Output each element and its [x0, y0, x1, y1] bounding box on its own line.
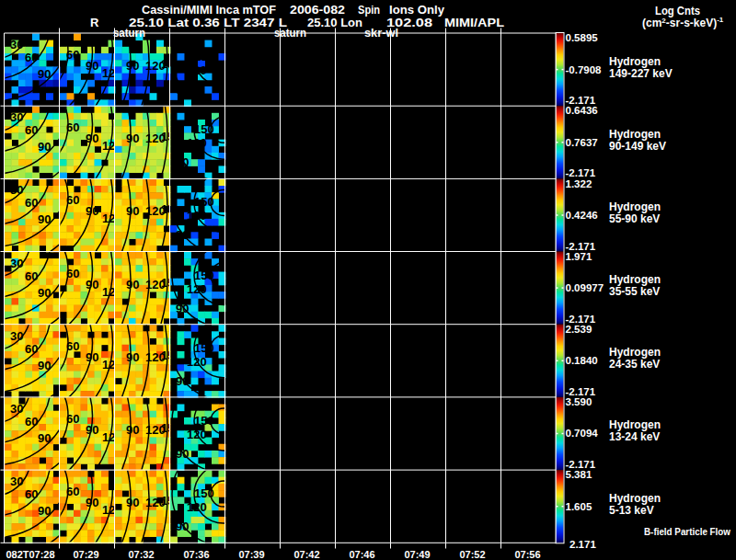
svg-text:07:46: 07:46 [349, 549, 374, 560]
svg-text:25.10 Lat 0.36 LT 2347 L: 25.10 Lat 0.36 LT 2347 L [129, 16, 287, 29]
svg-text:Hydrogen: Hydrogen [609, 492, 661, 505]
svg-text:Ions Only: Ions Only [389, 3, 445, 17]
svg-text:0.6436: 0.6436 [566, 105, 598, 116]
svg-text:MIMI/APL: MIMI/APL [444, 16, 504, 29]
svg-text:13-24 keV: 13-24 keV [609, 430, 660, 443]
svg-text:-2.171: -2.171 [566, 459, 596, 470]
svg-text:Hydrogen: Hydrogen [609, 128, 661, 141]
svg-text:Cassini/MIMI Inca mTOF: Cassini/MIMI Inca mTOF [142, 3, 276, 17]
svg-text:1.971: 1.971 [566, 251, 592, 262]
svg-text:07:49: 07:49 [404, 549, 430, 560]
svg-text:5-13 keV: 5-13 keV [609, 504, 654, 517]
svg-text:-2.171: -2.171 [566, 167, 596, 178]
svg-text:0.7094: 0.7094 [566, 428, 599, 439]
svg-text:R: R [90, 16, 99, 29]
svg-text:0.4246: 0.4246 [566, 210, 598, 221]
svg-text:0.1840: 0.1840 [566, 355, 598, 366]
svg-text:saturn: saturn [274, 27, 306, 40]
svg-text:3.590: 3.590 [566, 396, 592, 407]
svg-text:2006-082: 2006-082 [290, 3, 345, 17]
svg-text:Hydrogen: Hydrogen [609, 55, 661, 68]
svg-text:2.539: 2.539 [566, 324, 592, 335]
svg-text:saturn: saturn [113, 27, 145, 40]
svg-text:0.5895: 0.5895 [566, 32, 599, 43]
svg-text:0.09977: 0.09977 [566, 282, 604, 293]
svg-text:07:42: 07:42 [293, 549, 319, 560]
svg-text:35-55 keV: 35-55 keV [609, 285, 660, 298]
svg-text:2.171: 2.171 [569, 539, 596, 550]
svg-text:-2.171: -2.171 [566, 241, 596, 252]
svg-text:Hydrogen: Hydrogen [609, 273, 661, 286]
svg-text:-2.171: -2.171 [566, 314, 596, 325]
svg-text:Spin: Spin [358, 3, 380, 17]
svg-text:24-35 keV: 24-35 keV [609, 358, 660, 371]
svg-text:07:52: 07:52 [459, 549, 485, 560]
svg-text:07:56: 07:56 [514, 549, 540, 560]
svg-text:07:36: 07:36 [183, 549, 209, 560]
svg-text:07:32: 07:32 [128, 549, 154, 560]
svg-text:5.381: 5.381 [566, 469, 592, 480]
svg-text:-0.7908: -0.7908 [566, 64, 603, 75]
svg-text:55-90 keV: 55-90 keV [609, 212, 660, 225]
svg-text:(cm2-sr-s-keV)-1: (cm2-sr-s-keV)-1 [642, 16, 724, 29]
svg-text:1.322: 1.322 [566, 178, 592, 189]
svg-text:0.7637: 0.7637 [566, 137, 598, 148]
svg-text:149-227 keV: 149-227 keV [609, 67, 673, 80]
svg-text:Hydrogen: Hydrogen [609, 200, 661, 213]
svg-text:Hydrogen: Hydrogen [609, 346, 661, 359]
svg-text:082T07:28: 082T07:28 [6, 549, 54, 560]
svg-text:07:29: 07:29 [73, 549, 98, 560]
svg-text:-2.171: -2.171 [566, 95, 596, 106]
svg-text:skr-wl: skr-wl [364, 27, 398, 40]
svg-text:07:39: 07:39 [238, 549, 264, 560]
svg-text:1.605: 1.605 [566, 501, 592, 512]
svg-text:90-149 keV: 90-149 keV [609, 140, 666, 153]
svg-text:25.10 Lon: 25.10 Lon [307, 16, 362, 29]
svg-text:Log Cnts: Log Cnts [655, 5, 700, 17]
svg-text:Hydrogen: Hydrogen [609, 418, 661, 431]
svg-text:-2.171: -2.171 [566, 386, 596, 397]
svg-text:B-field Particle Flow: B-field Particle Flow [644, 526, 731, 537]
